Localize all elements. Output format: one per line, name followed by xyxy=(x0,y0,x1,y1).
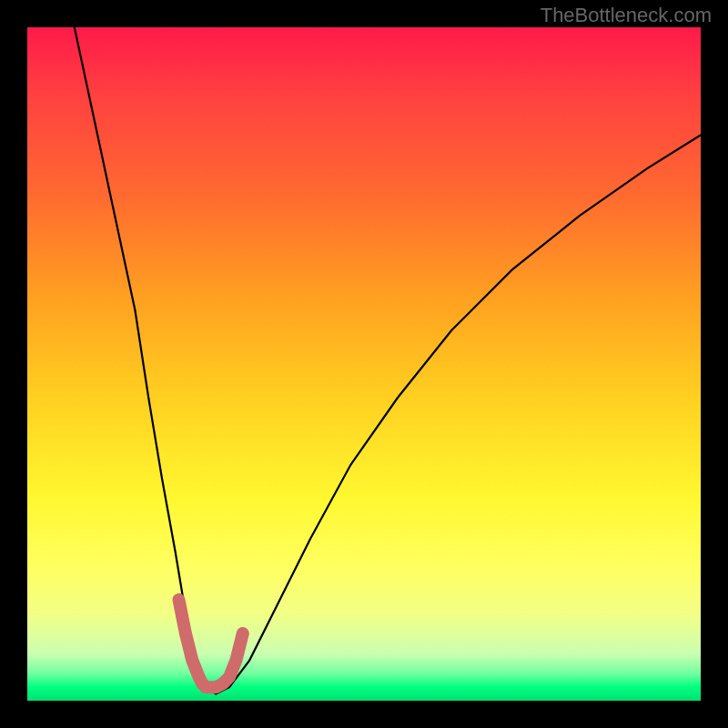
curve-svg xyxy=(27,27,701,701)
minimum-highlight xyxy=(179,600,243,687)
bottleneck-plot xyxy=(27,27,701,701)
watermark-text: TheBottleneck.com xyxy=(541,4,712,27)
bottleneck-curve xyxy=(75,27,701,694)
